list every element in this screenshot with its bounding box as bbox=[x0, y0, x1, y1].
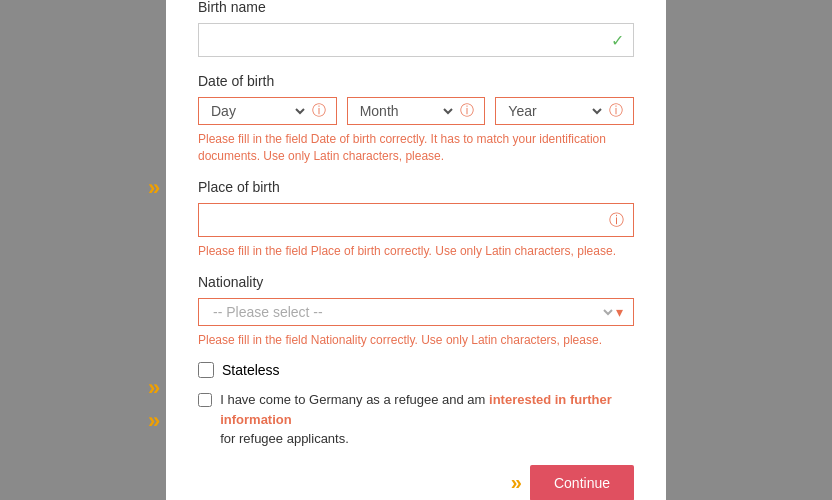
birth-name-wrapper: ✓ bbox=[198, 23, 634, 57]
month-select-wrapper: Month ⓘ bbox=[347, 97, 486, 125]
refugee-row: I have come to Germany as a refugee and … bbox=[198, 390, 634, 449]
place-birth-wrapper: ⓘ bbox=[198, 203, 634, 237]
day-select-wrapper: Day ⓘ bbox=[198, 97, 337, 125]
continue-arrows-icon: » bbox=[511, 471, 522, 494]
refugee-text: I have come to Germany as a refugee and … bbox=[220, 390, 634, 449]
birth-name-input[interactable] bbox=[198, 23, 634, 57]
dob-error: Please fill in the field Date of birth c… bbox=[198, 131, 634, 165]
nationality-section: Nationality -- Please select -- ▾ Please… bbox=[198, 274, 634, 349]
left-arrow-dob: » bbox=[148, 175, 160, 201]
month-warn-icon: ⓘ bbox=[460, 102, 474, 120]
nationality-dropdown-icon: ▾ bbox=[616, 304, 623, 320]
year-select[interactable]: Year bbox=[504, 102, 605, 120]
nationality-label: Nationality bbox=[198, 274, 634, 290]
stateless-checkbox[interactable] bbox=[198, 362, 214, 378]
stateless-row: Stateless bbox=[198, 362, 634, 378]
place-birth-input[interactable] bbox=[198, 203, 634, 237]
stateless-label: Stateless bbox=[222, 362, 280, 378]
dob-label: Date of birth bbox=[198, 73, 634, 89]
refugee-text-2: for refugee applicants. bbox=[220, 431, 349, 446]
modal-container: Birth name ✓ Date of birth Day ⓘ Month bbox=[166, 0, 666, 500]
checkmark-icon: ✓ bbox=[611, 31, 624, 50]
nationality-select-wrapper: -- Please select -- ▾ bbox=[198, 298, 634, 326]
continue-button[interactable]: Continue bbox=[530, 465, 634, 500]
day-warn-icon: ⓘ bbox=[312, 102, 326, 120]
place-birth-label: Place of birth bbox=[198, 179, 634, 195]
left-arrow-stateless: » bbox=[148, 375, 160, 401]
month-select[interactable]: Month bbox=[356, 102, 457, 120]
dob-selects: Day ⓘ Month ⓘ Year ⓘ bbox=[198, 97, 634, 125]
refugee-checkbox[interactable] bbox=[198, 392, 212, 408]
place-birth-section: Place of birth ⓘ Please fill in the fiel… bbox=[198, 179, 634, 260]
nationality-error: Please fill in the field Nationality cor… bbox=[198, 332, 634, 349]
footer-row: » Continue bbox=[198, 465, 634, 500]
dob-section: Date of birth Day ⓘ Month ⓘ Year bbox=[198, 73, 634, 165]
day-select[interactable]: Day bbox=[207, 102, 308, 120]
place-birth-warn-icon: ⓘ bbox=[609, 210, 624, 229]
refugee-text-1: I have come to Germany as a refugee and … bbox=[220, 392, 485, 407]
birth-name-label: Birth name bbox=[198, 0, 634, 15]
year-warn-icon: ⓘ bbox=[609, 102, 623, 120]
year-select-wrapper: Year ⓘ bbox=[495, 97, 634, 125]
nationality-select[interactable]: -- Please select -- bbox=[209, 303, 616, 321]
place-birth-error: Please fill in the field Place of birth … bbox=[198, 243, 634, 260]
left-arrow-refugee: » bbox=[148, 408, 160, 434]
